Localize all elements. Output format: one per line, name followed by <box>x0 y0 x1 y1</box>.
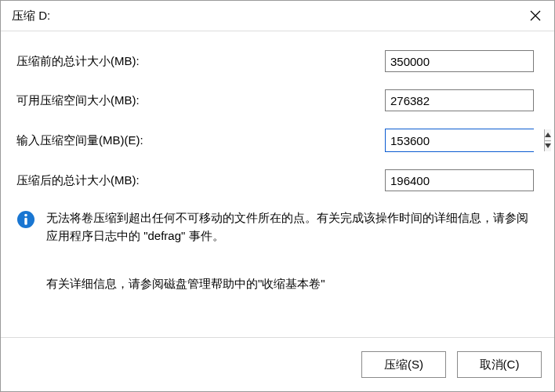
shrink-amount-spinner[interactable] <box>385 129 534 152</box>
shrink-button[interactable]: 压缩(S) <box>361 351 446 378</box>
field-total-before <box>385 50 534 72</box>
row-available: 可用压缩空间大小(MB): <box>16 89 539 111</box>
spinner-arrows <box>544 129 551 151</box>
label-available: 可用压缩空间大小(MB): <box>16 93 385 108</box>
close-button[interactable] <box>517 1 554 31</box>
chevron-down-icon <box>545 143 551 148</box>
info-block: 无法将卷压缩到超出任何不可移动的文件所在的点。有关完成该操作时间的详细信息，请参… <box>16 209 539 245</box>
label-total-after: 压缩后的总计大小(MB): <box>16 173 385 188</box>
titlebar: 压缩 D: <box>1 1 554 31</box>
shrink-amount-input[interactable] <box>386 129 544 151</box>
spinner-up[interactable] <box>545 129 551 140</box>
svg-marker-3 <box>545 143 551 148</box>
close-icon <box>530 10 541 21</box>
window-title: 压缩 D: <box>12 9 517 24</box>
info-text-1: 无法将卷压缩到超出任何不可移动的文件所在的点。有关完成该操作时间的详细信息，请参… <box>46 209 539 245</box>
button-bar: 压缩(S) 取消(C) <box>1 337 554 391</box>
cancel-button[interactable]: 取消(C) <box>457 351 542 378</box>
dialog-body: 压缩前的总计大小(MB): 可用压缩空间大小(MB): 输入压缩空间量(MB)(… <box>1 31 554 337</box>
row-total-before: 压缩前的总计大小(MB): <box>16 50 539 72</box>
row-total-after: 压缩后的总计大小(MB): <box>16 169 539 191</box>
info-text-2: 有关详细信息，请参阅磁盘管理帮助中的"收缩基本卷" <box>46 277 539 292</box>
chevron-up-icon <box>545 132 551 137</box>
field-available <box>385 89 534 111</box>
label-shrink-amount: 输入压缩空间量(MB)(E): <box>16 133 385 148</box>
field-total-after <box>385 169 534 191</box>
spinner-down[interactable] <box>545 140 551 152</box>
svg-point-5 <box>24 214 27 217</box>
info-icon <box>16 210 35 229</box>
shrink-volume-dialog: 压缩 D: 压缩前的总计大小(MB): 可用压缩空间大小(MB): 输入压缩空间… <box>0 0 555 392</box>
label-total-before: 压缩前的总计大小(MB): <box>16 54 385 69</box>
row-shrink-amount: 输入压缩空间量(MB)(E): <box>16 129 539 152</box>
svg-marker-2 <box>545 132 551 137</box>
svg-rect-6 <box>24 218 27 225</box>
